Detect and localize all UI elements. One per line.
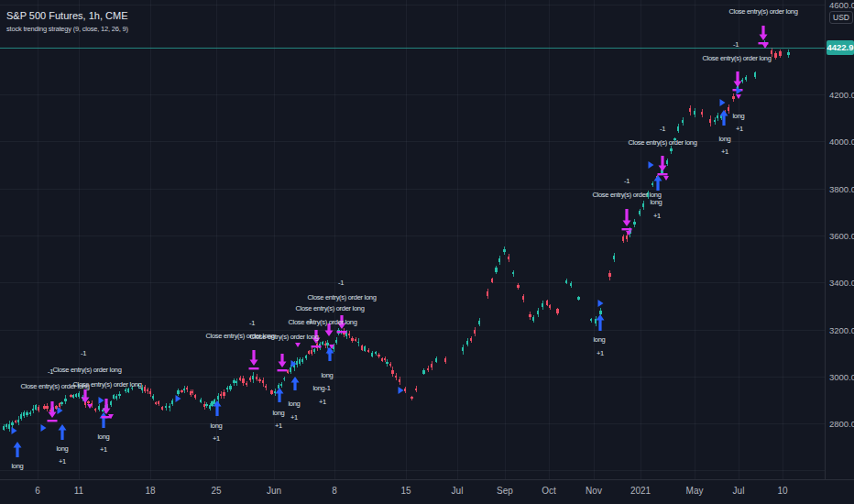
- long-entry-arrow-icon: [654, 175, 662, 191]
- time-axis[interactable]: 6111825Jun815JulSepOctNov2021MayJul10: [0, 479, 854, 504]
- close-entry-label: Close entry(s) order long: [72, 380, 141, 389]
- signal-qty-label: +1: [290, 413, 298, 422]
- close-entry-label: Close entry(s) order long: [249, 333, 318, 341]
- long-entry-arrow-icon: [276, 388, 284, 402]
- close-marker-icon: [736, 94, 741, 99]
- time-tick: 18: [145, 486, 155, 496]
- close-entry-arrow-icon: [103, 399, 111, 414]
- long-marker-icon: [399, 387, 404, 394]
- long-entry-arrow-icon: [100, 412, 108, 428]
- price-tick: 4000.0: [829, 137, 854, 147]
- long-marker-icon: [41, 424, 47, 432]
- signal-qty-label: long: [273, 409, 285, 417]
- close-entry-label: Close entry(s) order long: [702, 54, 771, 62]
- chart-pane[interactable]: -1-1Close entry(s) order longClose entry…: [0, 0, 825, 479]
- usd-badge[interactable]: USD: [829, 11, 853, 24]
- last-price-tag: 4422.9: [827, 40, 854, 55]
- time-tick: 15: [400, 486, 411, 496]
- long-marker-icon: [737, 87, 742, 94]
- price-tick: 3000.0: [829, 372, 854, 382]
- time-tick: Jul: [452, 486, 464, 496]
- long-entry-arrow-icon: [291, 377, 300, 390]
- close-entry-arrow-icon: [279, 354, 287, 367]
- close-entry-base-icon: [278, 369, 288, 371]
- signal-qty-label: long: [719, 135, 731, 143]
- long-marker-icon: [176, 395, 181, 402]
- long-entry-arrow-icon: [59, 424, 67, 440]
- long-marker-icon: [58, 407, 63, 414]
- legend-indicator-title[interactable]: stock trending strategy (9, close, 12, 2…: [6, 23, 128, 35]
- legend-symbol-title[interactable]: S&P 500 Futures, 1h, CME: [6, 9, 128, 23]
- time-tick: May: [686, 486, 704, 496]
- price-tick: 3400.0: [829, 278, 854, 288]
- long-marker-icon: [12, 427, 17, 434]
- time-tick: 10: [777, 486, 787, 496]
- long-marker-icon: [649, 161, 654, 169]
- time-tick: Nov: [586, 486, 602, 496]
- close-entry-label: Close entry(s) order long: [307, 293, 376, 301]
- time-tick: Jul: [733, 486, 745, 496]
- signal-qty-label: -1: [733, 40, 739, 49]
- signal-qty-label: +1: [100, 445, 107, 454]
- time-tick: 11: [74, 486, 83, 496]
- time-tick: Oct: [542, 486, 556, 496]
- close-marker-icon: [663, 176, 669, 181]
- close-entry-arrow-icon: [250, 350, 258, 366]
- close-entry-arrow-icon: [82, 389, 90, 403]
- close-entry-label: Close entry(s) order long: [728, 7, 797, 16]
- close-entry-arrow-icon: [734, 71, 742, 87]
- signal-qty-label: +1: [736, 125, 743, 133]
- price-tick: 4600.0: [829, 0, 854, 10]
- signal-qty-label: -1: [249, 319, 255, 327]
- long-marker-icon: [291, 360, 297, 367]
- signal-qty-label: long: [98, 433, 110, 441]
- long-entry-arrow-icon: [14, 442, 22, 457]
- long-marker-icon: [720, 99, 726, 106]
- close-entry-arrow-icon: [659, 156, 667, 171]
- close-entry-label: Close entry(s) order long: [628, 138, 696, 147]
- signal-qty-label: long: [57, 444, 69, 453]
- price-axis[interactable]: 4600.04200.04000.03800.03600.03400.03200…: [825, 0, 854, 479]
- signal-qty-label: long: [594, 335, 606, 344]
- long-entry-arrow-icon: [597, 314, 605, 331]
- signal-qty-label: +1: [319, 398, 326, 406]
- close-entry-label: Close entry(s) order long: [288, 318, 356, 326]
- signal-qty-label: -1: [338, 279, 344, 287]
- close-entry-arrow-icon: [623, 209, 631, 226]
- signal-qty-label: long: [733, 112, 745, 120]
- close-entry-label: Close entry(s) order long: [295, 304, 364, 312]
- price-tick: 4200.0: [829, 90, 854, 100]
- signal-qty-label: -1: [660, 125, 665, 133]
- close-entry-base-icon: [48, 420, 58, 422]
- signal-qty-label: -1: [81, 349, 86, 357]
- price-tick: 3600.0: [829, 231, 854, 241]
- close-marker-icon: [295, 343, 301, 347]
- close-entry-base-icon: [337, 331, 347, 333]
- time-tick: 6: [35, 486, 40, 496]
- signal-qty-label: +1: [213, 434, 220, 443]
- long-marker-icon: [99, 397, 104, 404]
- time-tick: Jun: [267, 486, 281, 496]
- signal-qty-label: long-1: [312, 384, 330, 392]
- signal-qty-label: long: [211, 422, 223, 430]
- signal-qty-label: +1: [59, 457, 66, 466]
- last-price-line: [0, 48, 825, 49]
- signal-qty-label: +1: [721, 148, 728, 156]
- close-entry-base-icon: [312, 345, 322, 347]
- time-tick: 25: [211, 486, 221, 496]
- signal-qty-label: long: [12, 462, 24, 470]
- close-entry-base-icon: [658, 173, 668, 175]
- signal-qty-label: long: [322, 371, 334, 379]
- strategy-markers-layer: [0, 0, 825, 479]
- long-entry-arrow-icon: [720, 110, 728, 126]
- time-tick: 8: [332, 486, 337, 496]
- long-marker-icon: [598, 300, 604, 307]
- close-entry-label: Close entry(s) order long: [52, 366, 121, 374]
- signal-qty-label: +1: [653, 212, 661, 220]
- price-tick: 3800.0: [829, 184, 854, 194]
- time-tick: Sep: [497, 486, 513, 496]
- close-entry-arrow-icon: [760, 26, 768, 40]
- close-entry-base-icon: [622, 228, 632, 230]
- close-entry-arrow-icon: [49, 401, 57, 418]
- price-tick: 2800.0: [829, 419, 854, 429]
